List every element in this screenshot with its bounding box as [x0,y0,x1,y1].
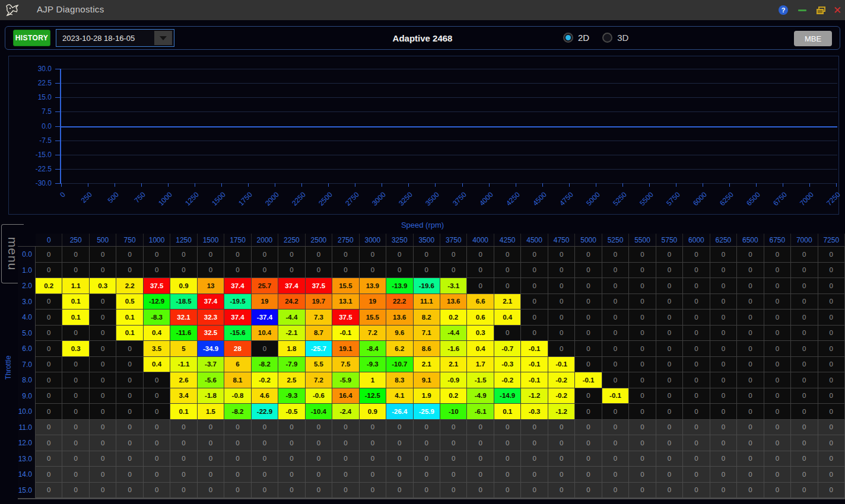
table-cell[interactable]: 0 [521,435,548,451]
table-cell[interactable]: 0 [710,294,737,310]
table-cell[interactable]: 2.1 [494,294,521,310]
table-cell[interactable]: 0 [306,451,332,467]
table-cell[interactable]: 0 [360,483,386,499]
table-cell[interactable]: 16.4 [332,388,359,404]
table-cell[interactable]: 0 [360,247,386,263]
table-cell[interactable]: 0 [467,247,494,263]
table-cell[interactable]: 0 [144,420,170,436]
table-cell[interactable]: 0 [494,483,521,499]
table-cell[interactable]: 0 [170,263,197,279]
table-cell[interactable]: 0 [224,435,251,451]
table-cell[interactable]: 0 [198,435,224,451]
table-cell[interactable]: 0 [386,435,413,451]
table-cell[interactable]: 0.5 [116,294,143,310]
table-cell[interactable]: 0 [36,467,62,483]
table-cell[interactable]: 0.9 [170,278,197,294]
table-cell[interactable]: -3.1 [440,278,467,294]
table-cell[interactable]: 0 [332,451,359,467]
table-cell[interactable]: 0 [602,310,629,326]
table-cell[interactable]: 0 [602,420,629,436]
table-cell[interactable]: 0 [818,357,845,373]
table-cell[interactable]: 0 [170,451,197,467]
table-cell[interactable]: 0 [683,294,710,310]
table-cell[interactable]: 0 [575,388,602,404]
table-cell[interactable]: 0 [575,420,602,436]
table-cell[interactable]: 0 [440,420,467,436]
table-cell[interactable]: -12.5 [360,388,386,404]
table-cell[interactable]: -1.2 [521,388,548,404]
table-cell[interactable]: 0 [90,263,116,279]
table-cell[interactable]: 0.1 [116,326,143,342]
table-cell[interactable]: 0 [36,372,62,388]
table-cell[interactable]: 0.2 [440,388,467,404]
table-cell[interactable]: 0 [332,263,359,279]
table-cell[interactable]: 0 [629,294,656,310]
table-cell[interactable]: 0 [62,326,89,342]
table-cell[interactable]: 0 [521,326,548,342]
table-cell[interactable]: 0.1 [62,294,89,310]
table-cell[interactable]: 0 [602,263,629,279]
table-cell[interactable]: 0 [629,388,656,404]
table-cell[interactable]: 2.1 [440,357,467,373]
table-cell[interactable]: -22.9 [252,404,278,420]
table-cell[interactable]: 0 [791,388,818,404]
table-cell[interactable]: 0 [252,451,278,467]
table-cell[interactable]: 0 [252,341,278,357]
table-cell[interactable]: -5.9 [332,372,359,388]
table-cell[interactable]: 0 [764,467,791,483]
table-cell[interactable]: 0 [306,435,332,451]
table-cell[interactable]: 0 [144,435,170,451]
table-cell[interactable]: 0 [656,483,683,499]
table-cell[interactable]: 0 [656,341,683,357]
table-cell[interactable]: 0 [36,388,62,404]
table-cell[interactable]: 28 [224,341,251,357]
table-cell[interactable]: 0 [36,404,62,420]
table-cell[interactable]: 0 [90,341,116,357]
table-cell[interactable]: 0 [360,420,386,436]
table-cell[interactable]: 0 [791,404,818,420]
table-cell[interactable]: 0 [602,357,629,373]
table-cell[interactable]: 0 [683,467,710,483]
table-cell[interactable]: 22.2 [386,294,413,310]
table-cell[interactable]: 0 [278,263,305,279]
table-cell[interactable]: 0 [170,483,197,499]
table-cell[interactable]: 0 [494,247,521,263]
table-cell[interactable]: -0.7 [494,341,521,357]
table-cell[interactable]: -0.6 [306,388,332,404]
table-cell[interactable]: 0 [602,435,629,451]
table-cell[interactable]: 7.5 [332,357,359,373]
table-cell[interactable]: 0 [548,310,575,326]
table-cell[interactable]: 0 [90,483,116,499]
table-cell[interactable]: 0 [737,420,764,436]
table-cell[interactable]: 6 [224,357,251,373]
table-cell[interactable]: 0 [575,247,602,263]
table-cell[interactable]: 0 [116,451,143,467]
table-cell[interactable]: 0 [360,467,386,483]
table-cell[interactable]: 0 [62,435,89,451]
table-cell[interactable]: 0 [683,341,710,357]
table-cell[interactable]: 0 [170,247,197,263]
table-cell[interactable]: 0 [36,357,62,373]
table-cell[interactable]: 9.6 [386,326,413,342]
table-cell[interactable]: -0.8 [224,388,251,404]
table-cell[interactable]: 0 [467,263,494,279]
table-cell[interactable]: 0 [656,310,683,326]
table-cell[interactable]: 0 [306,420,332,436]
table-cell[interactable]: 37.5 [332,310,359,326]
table-cell[interactable]: 25.7 [252,278,278,294]
table-cell[interactable]: 0 [737,310,764,326]
table-cell[interactable]: 0 [386,467,413,483]
table-cell[interactable]: -14.9 [494,388,521,404]
table-cell[interactable]: 37.4 [224,278,251,294]
table-cell[interactable]: 0 [252,263,278,279]
table-cell[interactable]: 0 [278,247,305,263]
table-cell[interactable]: 0 [278,467,305,483]
table-cell[interactable]: 0 [360,451,386,467]
table-cell[interactable]: 0 [656,435,683,451]
table-cell[interactable]: 0 [144,467,170,483]
table-cell[interactable]: 0 [656,404,683,420]
table-cell[interactable]: -8.2 [252,357,278,373]
table-cell[interactable]: 0 [62,357,89,373]
table-cell[interactable]: 0 [116,420,143,436]
table-cell[interactable]: -2.1 [278,326,305,342]
